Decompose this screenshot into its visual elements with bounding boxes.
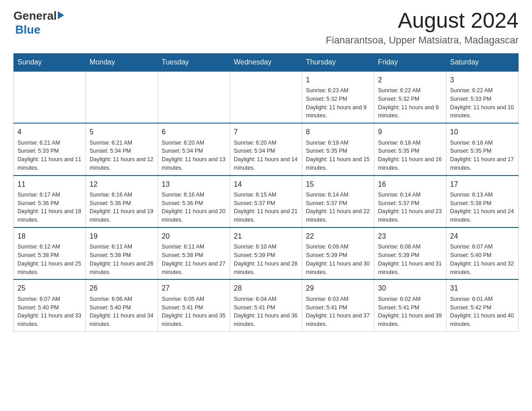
week-row-1: 1Sunrise: 6:23 AMSunset: 5:32 PMDaylight… xyxy=(14,71,519,123)
calendar-cell: 21Sunrise: 6:10 AMSunset: 5:39 PMDayligh… xyxy=(230,227,302,279)
calendar-cell: 2Sunrise: 6:22 AMSunset: 5:32 PMDaylight… xyxy=(374,71,446,123)
location-title: Fianarantsoa, Upper Matsiatra, Madagasca… xyxy=(326,34,519,46)
day-info: Sunrise: 6:23 AMSunset: 5:32 PMDaylight:… xyxy=(306,86,370,120)
day-header-saturday: Saturday xyxy=(446,53,519,71)
calendar-cell: 25Sunrise: 6:07 AMSunset: 5:40 PMDayligh… xyxy=(14,279,86,331)
calendar-cell: 13Sunrise: 6:16 AMSunset: 5:36 PMDayligh… xyxy=(158,176,230,227)
logo: General Blue xyxy=(13,9,64,37)
day-number: 23 xyxy=(378,231,442,241)
day-number: 22 xyxy=(306,231,370,241)
day-number: 3 xyxy=(450,75,515,85)
calendar-cell: 12Sunrise: 6:16 AMSunset: 5:36 PMDayligh… xyxy=(86,176,158,227)
day-info: Sunrise: 6:06 AMSunset: 5:40 PMDaylight:… xyxy=(90,295,154,329)
calendar-cell: 4Sunrise: 6:21 AMSunset: 5:33 PMDaylight… xyxy=(14,123,86,175)
calendar-cell: 26Sunrise: 6:06 AMSunset: 5:40 PMDayligh… xyxy=(86,279,158,331)
day-number: 17 xyxy=(450,180,515,189)
calendar-cell xyxy=(230,71,302,123)
day-header-wednesday: Wednesday xyxy=(230,53,302,71)
day-info: Sunrise: 6:15 AMSunset: 5:37 PMDaylight:… xyxy=(234,191,298,224)
calendar-cell xyxy=(14,71,86,123)
day-number: 21 xyxy=(234,231,298,241)
calendar-cell: 14Sunrise: 6:15 AMSunset: 5:37 PMDayligh… xyxy=(230,176,302,227)
title-block: August 2024 Fianarantsoa, Upper Matsiatr… xyxy=(326,9,519,46)
calendar-cell: 5Sunrise: 6:21 AMSunset: 5:34 PMDaylight… xyxy=(86,123,158,175)
day-info: Sunrise: 6:14 AMSunset: 5:37 PMDaylight:… xyxy=(378,191,442,224)
day-number: 26 xyxy=(90,283,154,293)
day-info: Sunrise: 6:11 AMSunset: 5:38 PMDaylight:… xyxy=(162,243,226,276)
day-info: Sunrise: 6:13 AMSunset: 5:38 PMDaylight:… xyxy=(450,191,515,224)
calendar-cell: 20Sunrise: 6:11 AMSunset: 5:38 PMDayligh… xyxy=(158,227,230,279)
day-number: 30 xyxy=(378,283,442,293)
day-header-thursday: Thursday xyxy=(302,53,374,71)
week-row-2: 4Sunrise: 6:21 AMSunset: 5:33 PMDaylight… xyxy=(14,123,519,175)
day-info: Sunrise: 6:20 AMSunset: 5:34 PMDaylight:… xyxy=(162,139,226,172)
day-number: 16 xyxy=(378,180,442,189)
day-number: 29 xyxy=(306,283,370,293)
calendar-cell: 6Sunrise: 6:20 AMSunset: 5:34 PMDaylight… xyxy=(158,123,230,175)
day-info: Sunrise: 6:07 AMSunset: 5:40 PMDaylight:… xyxy=(450,243,515,276)
calendar-cell: 11Sunrise: 6:17 AMSunset: 5:36 PMDayligh… xyxy=(14,176,86,227)
day-number: 11 xyxy=(17,180,82,189)
day-info: Sunrise: 6:16 AMSunset: 5:36 PMDaylight:… xyxy=(90,191,154,224)
calendar-cell: 24Sunrise: 6:07 AMSunset: 5:40 PMDayligh… xyxy=(446,227,519,279)
day-info: Sunrise: 6:07 AMSunset: 5:40 PMDaylight:… xyxy=(17,295,82,329)
day-number: 1 xyxy=(306,75,370,85)
logo-blue: Blue xyxy=(15,23,40,37)
week-row-3: 11Sunrise: 6:17 AMSunset: 5:36 PMDayligh… xyxy=(14,176,519,227)
day-info: Sunrise: 6:20 AMSunset: 5:34 PMDaylight:… xyxy=(234,139,298,172)
day-info: Sunrise: 6:19 AMSunset: 5:35 PMDaylight:… xyxy=(306,139,370,172)
calendar-cell: 16Sunrise: 6:14 AMSunset: 5:37 PMDayligh… xyxy=(374,176,446,227)
day-info: Sunrise: 6:21 AMSunset: 5:33 PMDaylight:… xyxy=(17,139,82,172)
day-info: Sunrise: 6:18 AMSunset: 5:35 PMDaylight:… xyxy=(450,139,515,172)
day-info: Sunrise: 6:02 AMSunset: 5:41 PMDaylight:… xyxy=(378,295,442,329)
calendar-cell: 31Sunrise: 6:01 AMSunset: 5:42 PMDayligh… xyxy=(446,279,519,331)
calendar-cell: 19Sunrise: 6:11 AMSunset: 5:38 PMDayligh… xyxy=(86,227,158,279)
day-number: 31 xyxy=(450,283,515,293)
day-header-tuesday: Tuesday xyxy=(158,53,230,71)
calendar-cell: 29Sunrise: 6:03 AMSunset: 5:41 PMDayligh… xyxy=(302,279,374,331)
logo-triangle-icon xyxy=(58,11,64,19)
day-info: Sunrise: 6:11 AMSunset: 5:38 PMDaylight:… xyxy=(90,243,154,276)
day-info: Sunrise: 6:04 AMSunset: 5:41 PMDaylight:… xyxy=(234,295,298,329)
page-header: General Blue August 2024 Fianarantsoa, U… xyxy=(13,9,519,46)
day-number: 20 xyxy=(162,231,226,241)
day-info: Sunrise: 6:14 AMSunset: 5:37 PMDaylight:… xyxy=(306,191,370,224)
day-number: 18 xyxy=(17,231,82,241)
day-number: 13 xyxy=(162,180,226,189)
day-info: Sunrise: 6:21 AMSunset: 5:34 PMDaylight:… xyxy=(90,139,154,172)
calendar-table: SundayMondayTuesdayWednesdayThursdayFrid… xyxy=(13,53,519,332)
week-row-5: 25Sunrise: 6:07 AMSunset: 5:40 PMDayligh… xyxy=(14,279,519,331)
day-number: 5 xyxy=(90,127,154,137)
day-info: Sunrise: 6:17 AMSunset: 5:36 PMDaylight:… xyxy=(17,191,82,224)
calendar-cell: 28Sunrise: 6:04 AMSunset: 5:41 PMDayligh… xyxy=(230,279,302,331)
calendar-cell: 1Sunrise: 6:23 AMSunset: 5:32 PMDaylight… xyxy=(302,71,374,123)
day-header-friday: Friday xyxy=(374,53,446,71)
calendar-cell: 10Sunrise: 6:18 AMSunset: 5:35 PMDayligh… xyxy=(446,123,519,175)
logo-general: General xyxy=(13,9,57,23)
calendar-cell xyxy=(158,71,230,123)
calendar-cell: 27Sunrise: 6:05 AMSunset: 5:41 PMDayligh… xyxy=(158,279,230,331)
day-number: 19 xyxy=(90,231,154,241)
day-number: 28 xyxy=(234,283,298,293)
day-info: Sunrise: 6:10 AMSunset: 5:39 PMDaylight:… xyxy=(234,243,298,276)
calendar-cell xyxy=(86,71,158,123)
day-number: 25 xyxy=(17,283,82,293)
day-number: 8 xyxy=(306,127,370,137)
day-info: Sunrise: 6:05 AMSunset: 5:41 PMDaylight:… xyxy=(162,295,226,329)
day-number: 24 xyxy=(450,231,515,241)
calendar-header-row: SundayMondayTuesdayWednesdayThursdayFrid… xyxy=(14,53,519,71)
day-info: Sunrise: 6:16 AMSunset: 5:36 PMDaylight:… xyxy=(162,191,226,224)
day-info: Sunrise: 6:18 AMSunset: 5:35 PMDaylight:… xyxy=(378,139,442,172)
day-number: 12 xyxy=(90,180,154,189)
day-header-monday: Monday xyxy=(86,53,158,71)
day-number: 15 xyxy=(306,180,370,189)
day-number: 4 xyxy=(17,127,82,137)
day-info: Sunrise: 6:03 AMSunset: 5:41 PMDaylight:… xyxy=(306,295,370,329)
day-info: Sunrise: 6:22 AMSunset: 5:32 PMDaylight:… xyxy=(378,86,442,120)
calendar-cell: 7Sunrise: 6:20 AMSunset: 5:34 PMDaylight… xyxy=(230,123,302,175)
day-number: 6 xyxy=(162,127,226,137)
day-number: 7 xyxy=(234,127,298,137)
day-number: 9 xyxy=(378,127,442,137)
calendar-cell: 30Sunrise: 6:02 AMSunset: 5:41 PMDayligh… xyxy=(374,279,446,331)
calendar-cell: 17Sunrise: 6:13 AMSunset: 5:38 PMDayligh… xyxy=(446,176,519,227)
